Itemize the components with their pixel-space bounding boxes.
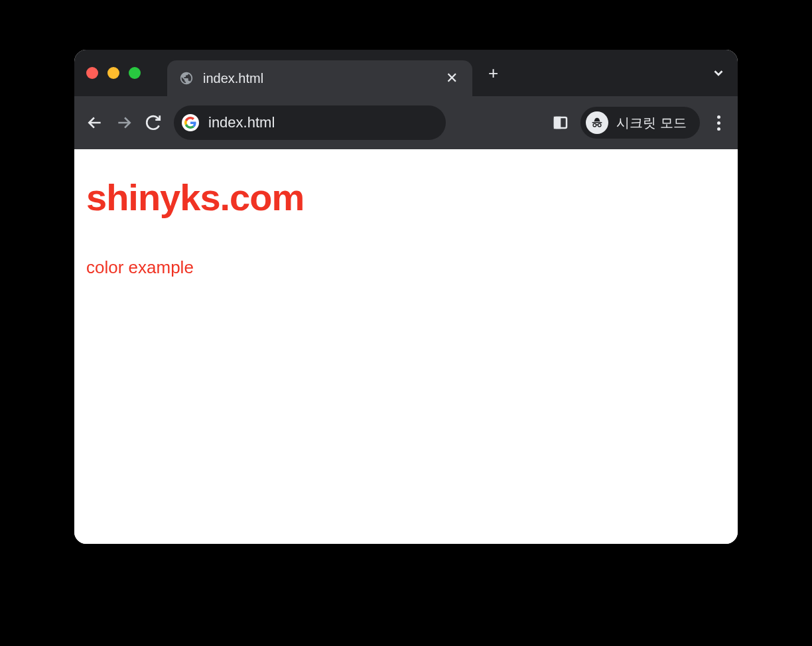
page-content: shinyks.com color example bbox=[74, 149, 738, 544]
side-panel-icon[interactable] bbox=[553, 115, 569, 131]
minimize-window-button[interactable] bbox=[107, 67, 119, 79]
back-button[interactable] bbox=[86, 114, 103, 131]
address-bar[interactable]: index.html bbox=[174, 105, 446, 140]
chevron-down-icon[interactable] bbox=[711, 66, 726, 80]
svg-point-5 bbox=[598, 123, 602, 127]
maximize-window-button[interactable] bbox=[129, 67, 141, 79]
toolbar-right: 시크릿 모드 bbox=[553, 107, 726, 139]
incognito-icon bbox=[586, 111, 608, 134]
svg-rect-3 bbox=[555, 117, 560, 128]
page-body-text: color example bbox=[86, 257, 726, 278]
forward-button[interactable] bbox=[115, 114, 133, 131]
reload-button[interactable] bbox=[145, 114, 162, 131]
globe-icon bbox=[179, 71, 194, 86]
google-icon bbox=[182, 114, 199, 131]
title-bar: index.html ✕ + bbox=[74, 50, 738, 96]
tab-title: index.html bbox=[203, 71, 434, 86]
window-controls bbox=[86, 67, 141, 79]
browser-window: index.html ✕ + bbox=[74, 50, 738, 544]
browser-tab[interactable]: index.html ✕ bbox=[167, 60, 472, 96]
title-bar-right bbox=[711, 66, 726, 80]
incognito-label: 시크릿 모드 bbox=[616, 114, 687, 132]
menu-button[interactable] bbox=[712, 110, 726, 136]
close-window-button[interactable] bbox=[86, 67, 98, 79]
close-tab-button[interactable]: ✕ bbox=[443, 68, 460, 88]
svg-point-4 bbox=[593, 123, 596, 127]
address-input[interactable]: index.html bbox=[208, 114, 439, 131]
page-heading: shinyks.com bbox=[86, 176, 726, 219]
incognito-badge[interactable]: 시크릿 모드 bbox=[580, 107, 700, 139]
toolbar: index.html 시크릿 모드 bbox=[74, 96, 738, 149]
new-tab-button[interactable]: + bbox=[488, 64, 498, 82]
